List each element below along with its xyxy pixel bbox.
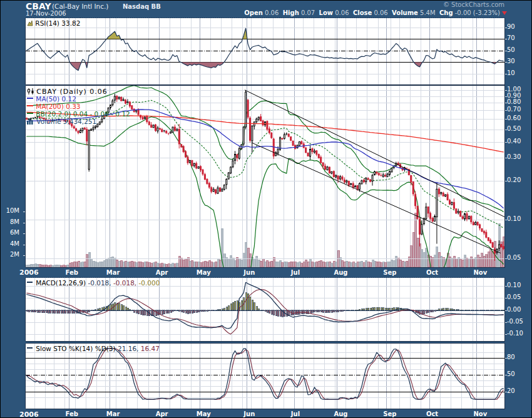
chart-frame: [0, 0, 532, 418]
stockcharts-chart: CBAY(Cal-Bay Intl Inc.)Nasdaq BB17-Nov-2…: [0, 0, 532, 418]
